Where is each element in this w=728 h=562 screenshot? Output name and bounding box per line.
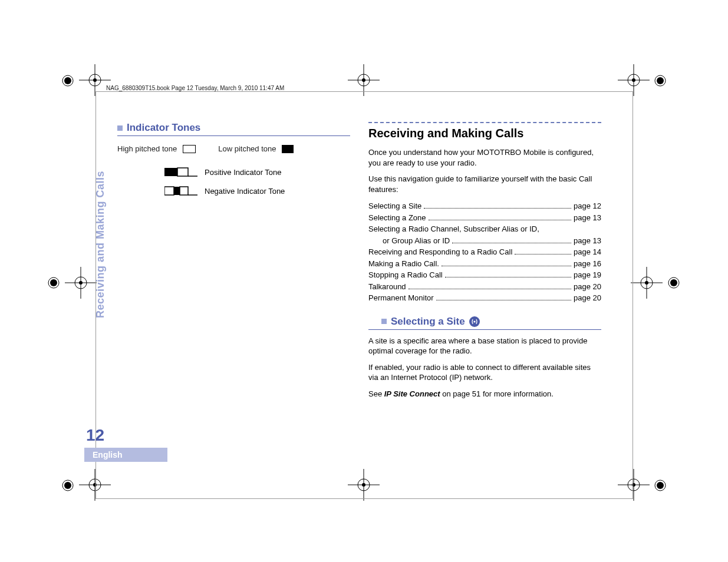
site-icon [469, 316, 480, 327]
toc-page: page 14 [574, 246, 601, 258]
tone-key-row: High pitched tone Low pitched tone [117, 144, 350, 153]
toc-page: page 19 [574, 269, 601, 281]
crop-mark-icon [631, 267, 663, 299]
svg-point-41 [64, 482, 71, 489]
registration-dot-icon [61, 479, 74, 492]
registration-dot-icon [654, 74, 667, 87]
svg-point-51 [473, 320, 475, 322]
dashed-rule-icon [368, 122, 601, 123]
section-heading-label: Indicator Tones [127, 122, 200, 134]
toc-label: Making a Radio Call. [368, 258, 439, 270]
side-section-title: Receiving and Making Calls [94, 171, 107, 318]
svg-point-27 [657, 77, 664, 84]
positive-tone-icon [164, 166, 197, 178]
svg-point-29 [50, 279, 57, 286]
toc-label: Receiving and Responding to a Radio Call [368, 246, 512, 258]
svg-point-7 [632, 78, 635, 82]
intro-paragraph-1: Once you understand how your MOTOTRBO Mo… [368, 147, 601, 168]
toc-page: page 12 [574, 200, 601, 212]
toc-label: Selecting a Zone [368, 212, 426, 224]
svg-point-35 [79, 281, 83, 285]
registration-dot-icon [47, 276, 60, 289]
toc: Selecting a Site page 12 Selecting a Zon… [368, 200, 601, 304]
toc-page: page 20 [574, 281, 601, 293]
negative-tone-label: Negative Indicator Tone [205, 187, 285, 196]
toc-row: Selecting a Zone page 13 [368, 212, 601, 224]
crop-mark-icon [65, 267, 97, 299]
tone-outline-icon [183, 145, 196, 153]
toc-row: Receiving and Responding to a Radio Call… [368, 246, 601, 258]
bullet-square-icon [117, 125, 123, 131]
toc-label: Selecting a Radio Channel, Subscriber Al… [368, 223, 539, 235]
registration-dot-icon [654, 479, 667, 492]
toc-label: or Group Alias or ID [383, 235, 450, 247]
high-tone-label: High pitched tone [117, 144, 177, 153]
header-tagline: NAG_6880309T15.book Page 12 Tuesday, Mar… [106, 85, 284, 91]
svg-point-19 [362, 78, 365, 82]
negative-tone-icon [164, 185, 197, 197]
site-paragraph-1: A site is a specific area where a base s… [368, 336, 601, 356]
toc-row: Permanent Monitor page 20 [368, 292, 601, 304]
toc-label: Permanent Monitor [368, 292, 434, 304]
toc-page: page 13 [574, 235, 601, 247]
svg-point-31 [670, 279, 677, 286]
toc-page: page 13 [574, 212, 601, 224]
toc-label: Selecting a Site [368, 200, 421, 212]
svg-point-3 [93, 78, 97, 82]
toc-row: Making a Radio Call. page 16 [368, 258, 601, 270]
language-tab: English [84, 448, 167, 462]
registration-dot-icon [61, 74, 74, 87]
section-heading-indicator-tones: Indicator Tones [117, 122, 350, 136]
low-tone-label: Low pitched tone [218, 144, 276, 153]
registration-dot-icon [667, 276, 680, 289]
toc-page: page 16 [574, 258, 601, 270]
svg-rect-48 [174, 187, 180, 195]
main-heading: Receiving and Making Calls [368, 127, 601, 140]
sub-heading-selecting-site: Selecting a Site [368, 316, 601, 330]
toc-row: Selecting a Site page 12 [368, 200, 601, 212]
positive-tone-label: Positive Indicator Tone [205, 168, 282, 177]
toc-label: Talkaround [368, 281, 406, 293]
svg-rect-47 [164, 187, 174, 195]
toc-row: Talkaround page 20 [368, 281, 601, 293]
svg-rect-45 [177, 168, 188, 176]
site-paragraph-2: If enabled, your radio is able to connec… [368, 362, 601, 383]
sub-heading-label: Selecting a Site [391, 316, 465, 328]
intro-paragraph-2: Use this navigation guide to familiarize… [368, 174, 601, 194]
site-paragraph-3: See IP Site Connect on page 51 for more … [368, 389, 601, 399]
positive-tone-row: Positive Indicator Tone [164, 166, 350, 178]
negative-tone-row: Negative Indicator Tone [164, 185, 350, 197]
toc-row: Selecting a Radio Channel, Subscriber Al… [368, 223, 601, 235]
svg-point-43 [657, 482, 664, 489]
bullet-square-icon [381, 319, 387, 324]
tone-solid-icon [282, 145, 294, 153]
svg-rect-49 [180, 187, 188, 195]
toc-label: Stopping a Radio Call [368, 269, 443, 281]
toc-row: Stopping a Radio Call page 19 [368, 269, 601, 281]
toc-row: or Group Alias or ID page 13 [368, 235, 601, 247]
svg-point-25 [64, 77, 71, 84]
page-number: 12 [86, 426, 104, 445]
toc-page: page 20 [574, 292, 601, 304]
svg-point-39 [645, 281, 648, 285]
svg-rect-44 [164, 168, 177, 176]
